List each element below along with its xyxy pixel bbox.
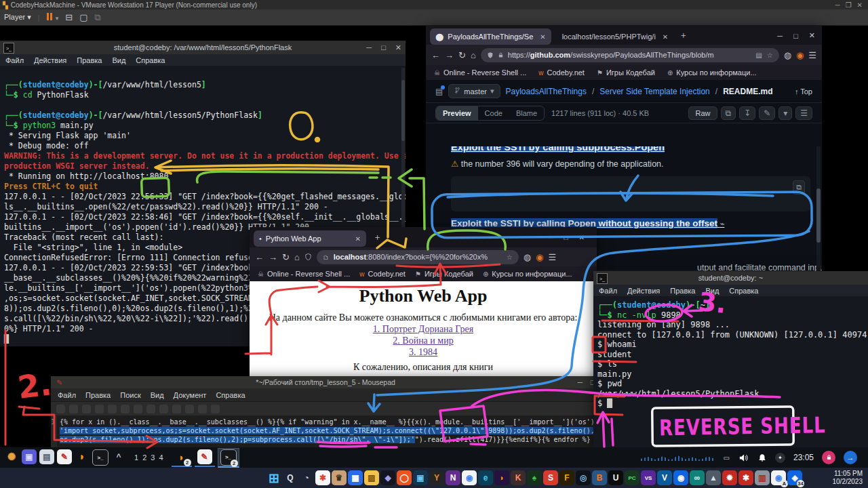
forward-icon[interactable]: → [269,252,277,262]
tab-payloadsallthethings[interactable]: ⬤ PayloadsAllTheThings/Se ✕ [430,28,551,45]
firefox-icon[interactable]: ◗ [75,449,90,464]
pocket-icon[interactable]: ◍ [784,50,791,60]
terminal1-menu-4[interactable]: Справка [136,56,165,64]
breadcrumb-repo[interactable]: PayloadsAllTheThings [506,87,587,96]
mousepad-code[interactable]: {% for x in ().__class__.__base__.__subc… [57,416,600,449]
terminal1-menu-0[interactable]: Файл [5,56,24,64]
bookmark-star-icon[interactable]: ☆ [507,253,513,261]
bookmark-courses[interactable]: ⊕Курсы по информаци... [667,68,757,77]
obsidian-icon[interactable]: ◆ [380,470,395,485]
bookmark-codeby[interactable]: wCodeby.net [538,68,585,77]
tab-localhost-phptwig[interactable]: localhost/lesson5/PHPTwig/i ✕ [557,28,674,45]
terminal1-menu-1[interactable]: Действия [34,56,66,64]
vmware-close-button[interactable]: ✕ [857,1,863,9]
goto-icon[interactable] [211,405,220,413]
download-icon[interactable]: ↧ [739,106,755,120]
calendar-icon[interactable]: ▦ [348,470,363,485]
maximize-button[interactable]: □ [381,43,386,52]
mousepad-titlebar[interactable]: ✎ *~/Рабочий стол/tmp_lesson_5 - Mousepa… [51,376,600,388]
account-icon[interactable]: ◉ [796,50,804,60]
book-link-2[interactable]: 3. 1984 [250,346,597,358]
pycharm-icon[interactable]: PC [625,470,639,485]
redo-icon[interactable] [134,405,142,413]
mousepad-menu-5[interactable]: Справка [216,391,245,399]
new-tab-button[interactable]: ＋ [679,29,688,41]
bat-tool-icon[interactable]: ▲ [706,470,721,485]
kali-menu-icon[interactable]: ✺ [4,449,19,464]
remote-desktop-icon[interactable]: ▥ [755,470,770,485]
minimize-button[interactable]: ─ [366,43,372,52]
tab-python-web-app[interactable]: • Python Web App ✕ [254,230,366,247]
paste-icon[interactable] [172,405,181,413]
lens-icon[interactable]: ◎ [576,470,591,485]
ubuntu-icon[interactable]: ◯ [397,470,412,485]
edit-pencil-icon[interactable]: ✎ [759,106,775,120]
more-options-icon[interactable]: ▾ [778,106,792,120]
bookmark-reverse-shell[interactable]: ☠Online - Reverse Shell ... [258,270,350,278]
raw-button[interactable]: Raw [688,106,717,120]
url-bar[interactable]: 🗅 localhost:8080/index?book={%%20for%20x… [317,250,519,264]
edge-icon[interactable]: e [478,470,493,485]
terminal2-menu-2[interactable]: Правка [670,287,695,295]
file-tree-icon[interactable]: ▤ [435,87,443,96]
map-pin-icon[interactable]: ◉ [673,470,688,485]
workspace-2[interactable]: 3 [151,453,155,462]
send-cad-icon[interactable]: ⊟ [65,12,73,22]
color-wheel-icon[interactable]: ✱ [315,470,330,485]
pocket-icon[interactable]: ◍ [524,252,531,262]
host-clock[interactable]: 11:05 PM 10/2/2023 [833,470,863,486]
search-icon[interactable]: Q [283,470,298,485]
adobe-f-icon[interactable]: F [559,470,574,485]
chrome-profile-icon[interactable]: ◉A [771,470,786,485]
mousepad-menu-3[interactable]: Вид [151,391,164,399]
bookmark-star-icon[interactable]: ☆ [767,52,773,59]
new-icon[interactable] [56,405,65,413]
terminal2-menu-3[interactable]: Вид [705,287,719,295]
back-icon[interactable]: ← [431,50,440,60]
bookmark-games[interactable]: ⚑Игры Кодебай [597,68,655,77]
open-icon[interactable] [69,405,78,413]
tab-close-icon[interactable]: ✕ [663,33,668,41]
bell-icon[interactable] [757,453,767,463]
mousepad-menu-1[interactable]: Правка [85,391,111,399]
vmware-minimize-button[interactable]: ─ [835,1,840,9]
maximize-button[interactable]: □ [793,32,798,40]
terminal2-menu-0[interactable]: Файл [599,287,617,295]
mousepad-menu-0[interactable]: Файл [58,391,76,399]
copy-icon[interactable] [159,405,168,413]
menu-icon[interactable]: ☰ [808,50,816,60]
url-bar[interactable]: https://github.com/swisskyrepo/PayloadsA… [481,48,779,62]
outline-icon[interactable]: ☰ [795,106,812,120]
minimize-button[interactable]: ─ [548,234,553,241]
minimize-button[interactable]: ─ [777,32,783,40]
workspaces-pager-icon[interactable]: ▣ [22,449,37,464]
home-icon[interactable]: ⌂ [471,50,476,60]
mousepad-menu-4[interactable]: Документ [174,391,207,399]
workspace-1[interactable]: 2 [142,453,146,462]
tab-preview[interactable]: Preview [436,106,478,120]
power-manager-icon[interactable]: ✦ [775,453,785,463]
show-hidden-icon[interactable]: ^ [111,449,126,464]
back-icon[interactable]: ← [255,252,264,262]
replace-icon[interactable] [198,405,207,413]
tracker-icon[interactable]: ◈34 [787,470,802,485]
player-menu[interactable]: Player ▾ [4,13,31,22]
fullscreen-icon[interactable]: ▢ [79,12,87,22]
screen-lock-icon[interactable] [822,451,835,464]
back-to-top-link[interactable]: ↑ Top [795,87,812,96]
onenote-icon[interactable]: N [446,470,460,485]
copy-code-icon[interactable]: ⧉ [793,180,805,195]
search-icon[interactable] [185,405,194,413]
logout-icon[interactable]: → [844,451,857,464]
chrome-icon[interactable]: ◉ [462,470,477,485]
taskbar-firefox-button[interactable]: ◗2 [172,448,192,467]
workspace-3[interactable]: 4 [159,453,163,462]
file-manager-icon[interactable]: ▤ [39,449,54,464]
bookmark-codeby[interactable]: wCodeby.net [359,270,406,278]
book-link-0[interactable]: 1. Портрет Дориана Грея [250,323,597,335]
account-icon[interactable]: ◉ [536,252,543,262]
forward-icon[interactable]: → [445,50,454,60]
krita-icon[interactable]: K [511,470,526,485]
copy-icon[interactable]: ⧉ [721,106,736,120]
maximize-button[interactable]: □ [564,234,568,241]
